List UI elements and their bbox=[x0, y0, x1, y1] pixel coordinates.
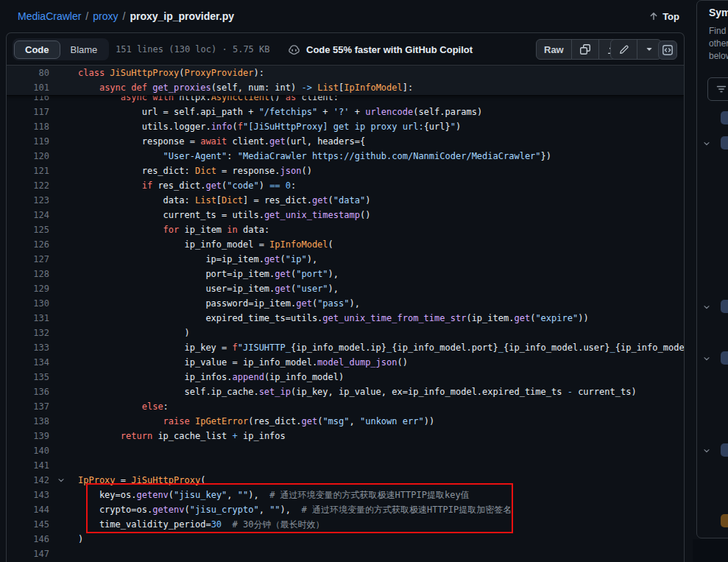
back-to-top-link[interactable]: Top bbox=[649, 0, 679, 32]
raw-button[interactable]: Raw bbox=[537, 40, 571, 59]
code-line: 130 password=ip_item.get("pass"), bbox=[7, 296, 684, 311]
copilot-text: Code 55% faster with GitHub Copilot bbox=[306, 44, 473, 55]
fold-gutter bbox=[49, 252, 78, 267]
line-number[interactable]: 143 bbox=[7, 488, 49, 502]
code-line: 142IpProxy = JiSuHttpProxy( bbox=[7, 473, 684, 488]
line-number[interactable]: 126 bbox=[7, 237, 49, 252]
code-line: 136 self.ip_cache.set_ip(ip_key, ip_valu… bbox=[7, 384, 684, 399]
code-text: async def get_proxies(self, num: int) ->… bbox=[78, 80, 413, 95]
symbols-panel-toggle-button[interactable] bbox=[658, 41, 677, 60]
line-number[interactable]: 121 bbox=[7, 164, 49, 178]
line-number[interactable]: 142 bbox=[7, 473, 49, 488]
code-text: ip_info_model = IpInfoModel( bbox=[78, 237, 333, 252]
chevron-down-icon[interactable] bbox=[57, 476, 66, 485]
chevron-down-icon[interactable] bbox=[702, 446, 711, 455]
symbol-row[interactable] bbox=[697, 443, 728, 458]
fold-gutter bbox=[49, 149, 78, 164]
code-line: 101 async def get_proxies(self, num: int… bbox=[7, 80, 684, 95]
line-number[interactable]: 127 bbox=[7, 252, 49, 267]
chevron-down-icon[interactable] bbox=[702, 303, 711, 312]
code-text: self.ip_cache.set_ip(ip_key, ip_value, e… bbox=[78, 384, 637, 399]
line-number[interactable]: 147 bbox=[7, 547, 49, 561]
symbol-row[interactable] bbox=[697, 136, 728, 151]
line-number[interactable]: 134 bbox=[7, 355, 49, 370]
tab-code[interactable]: Code bbox=[14, 41, 60, 59]
fold-gutter bbox=[49, 296, 78, 311]
edit-button[interactable] bbox=[611, 40, 637, 59]
line-number[interactable]: 122 bbox=[7, 178, 49, 193]
line-number[interactable]: 129 bbox=[7, 281, 49, 296]
line-number[interactable]: 130 bbox=[7, 296, 49, 311]
code-line: 132 ) bbox=[7, 326, 684, 340]
code-line: 134 ip_value = ip_info_model.model_dump_… bbox=[7, 355, 684, 370]
line-number[interactable]: 125 bbox=[7, 222, 49, 237]
line-number[interactable]: 146 bbox=[7, 532, 49, 547]
code-scroll-area[interactable]: 80class JiSuHttpProxy(ProxyProvider):101… bbox=[7, 66, 684, 561]
line-number[interactable]: 128 bbox=[7, 267, 49, 281]
breadcrumb-separator: / bbox=[85, 10, 88, 22]
line-number[interactable]: 140 bbox=[7, 443, 49, 458]
code-blame-tabs: Code Blame bbox=[13, 38, 109, 60]
fold-gutter bbox=[49, 281, 78, 296]
code-text: for ip_item in data: bbox=[78, 222, 269, 237]
symbols-panel: Symbols Find definitions and references … bbox=[696, 0, 728, 538]
symbol-row[interactable] bbox=[697, 351, 728, 366]
code-text: ) bbox=[78, 326, 190, 340]
tab-blame[interactable]: Blame bbox=[60, 41, 108, 58]
symbol-row[interactable] bbox=[697, 514, 728, 529]
code-text: ip_value = ip_info_model.model_dump_json… bbox=[78, 355, 408, 370]
code-text: data: List[Dict] = res_dict.get("data") bbox=[78, 193, 370, 208]
breadcrumb-separator: / bbox=[122, 10, 125, 22]
line-number[interactable]: 144 bbox=[7, 502, 49, 517]
line-number[interactable]: 117 bbox=[7, 105, 49, 119]
fold-gutter bbox=[49, 267, 78, 281]
line-number[interactable]: 118 bbox=[7, 119, 49, 134]
symbols-panel-title: Symbols bbox=[709, 7, 728, 18]
fold-gutter bbox=[49, 399, 78, 414]
line-number[interactable]: 80 bbox=[7, 66, 49, 80]
line-number[interactable]: 116 bbox=[7, 96, 49, 105]
file-info-text: 151 lines (130 loc) · 5.75 KB bbox=[116, 33, 270, 66]
sticky-scope-lines: 80class JiSuHttpProxy(ProxyProvider):101… bbox=[7, 66, 684, 96]
line-number[interactable]: 131 bbox=[7, 311, 49, 326]
line-number[interactable]: 119 bbox=[7, 134, 49, 149]
line-number[interactable]: 135 bbox=[7, 370, 49, 384]
code-line: 118 utils.logger.info(f"[JiSuHttpProxy] … bbox=[7, 119, 684, 134]
file-header-toolbar: Code Blame 151 lines (130 loc) · 5.75 KB… bbox=[7, 33, 684, 66]
line-number[interactable]: 138 bbox=[7, 414, 49, 429]
fold-gutter bbox=[49, 119, 78, 134]
breadcrumb-folder-link[interactable]: proxy bbox=[93, 10, 118, 22]
breadcrumb-repo-link[interactable]: MediaCrawler bbox=[18, 10, 81, 22]
line-number[interactable]: 141 bbox=[7, 458, 49, 473]
fold-gutter bbox=[49, 414, 78, 429]
copy-button[interactable] bbox=[571, 40, 598, 59]
line-number[interactable]: 132 bbox=[7, 326, 49, 340]
line-number[interactable]: 124 bbox=[7, 208, 49, 222]
line-number[interactable]: 145 bbox=[7, 517, 49, 532]
edit-pencil-icon bbox=[618, 44, 629, 55]
symbol-row[interactable] bbox=[697, 300, 728, 315]
line-number[interactable]: 136 bbox=[7, 384, 49, 399]
line-number[interactable]: 120 bbox=[7, 149, 49, 164]
symbols-filter-input[interactable] bbox=[707, 77, 728, 101]
code-line: 133 ip_key = f"JISUHTTP_{ip_info_model.i… bbox=[7, 340, 684, 355]
line-number[interactable]: 139 bbox=[7, 429, 49, 443]
symbol-row[interactable] bbox=[697, 111, 728, 126]
code-line: 80class JiSuHttpProxy(ProxyProvider): bbox=[7, 66, 684, 80]
breadcrumb: MediaCrawler / proxy / proxy_ip_provider… bbox=[18, 10, 234, 22]
code-text: "User-Agent": "MediaCrawler https://gith… bbox=[78, 149, 551, 164]
code-text: key=os.getenv("jisu_key", ""), # 通过环境变量的… bbox=[78, 488, 470, 502]
code-line: 147 bbox=[7, 547, 684, 561]
fold-gutter bbox=[49, 193, 78, 208]
chevron-down-icon[interactable] bbox=[702, 354, 711, 363]
copilot-promo-link[interactable]: Code 55% faster with GitHub Copilot bbox=[288, 33, 473, 66]
fold-gutter bbox=[49, 164, 78, 178]
line-number[interactable]: 101 bbox=[7, 80, 49, 95]
line-number[interactable]: 133 bbox=[7, 340, 49, 355]
copy-icon bbox=[579, 43, 591, 55]
line-number[interactable]: 137 bbox=[7, 399, 49, 414]
code-line: 131 expired_time_ts=utils.get_unix_time_… bbox=[7, 311, 684, 326]
fold-gutter bbox=[49, 96, 78, 105]
chevron-down-icon[interactable] bbox=[702, 139, 711, 148]
line-number[interactable]: 123 bbox=[7, 193, 49, 208]
